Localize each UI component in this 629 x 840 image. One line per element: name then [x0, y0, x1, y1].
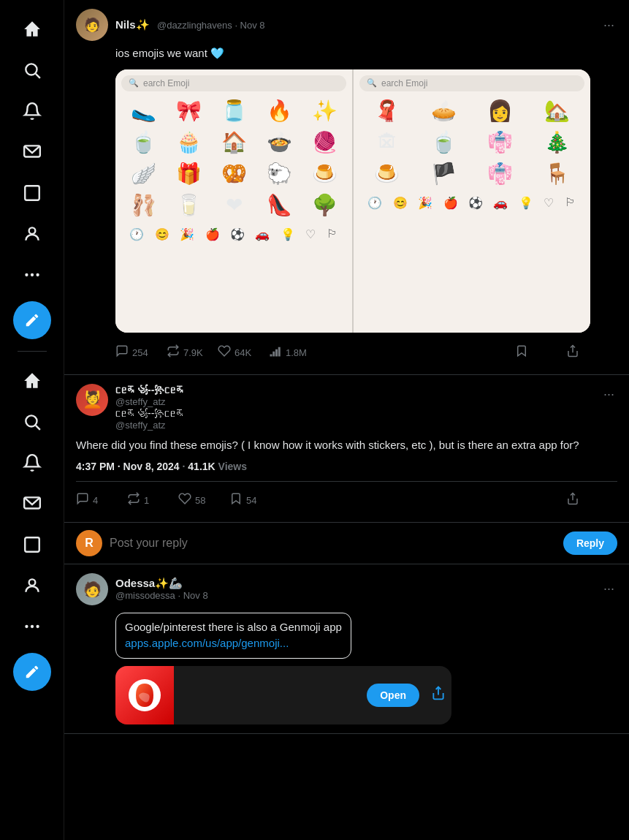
steffy-timestamp: 4:37 PM · Nov 8, 2024 · 41.1K Views [76, 461, 617, 472]
steffy-comment-count: 4 [93, 495, 98, 506]
reply-button[interactable]: Reply [563, 531, 617, 555]
sidebar-profile-2-icon[interactable] [15, 568, 50, 603]
bookmark-icon [515, 344, 528, 361]
emoji-item: 🍲 [257, 127, 301, 157]
steffy-retweet-count: 1 [144, 495, 149, 506]
sidebar-notifications-2-icon[interactable] [15, 445, 50, 480]
like-action[interactable]: 64K [218, 340, 269, 366]
steffy-display-name-1: ᥴᥱᤊ꧁--꧂ᥴᥱᤊ [115, 384, 593, 396]
steffy-handle-2: @steffy_atz [115, 420, 593, 431]
steffy-comment-action[interactable]: 4 [76, 488, 127, 513]
sidebar-messages-2-icon[interactable] [15, 486, 50, 521]
like-count: 64K [235, 347, 251, 358]
sidebar-bookmarks-icon[interactable] [15, 175, 50, 211]
sidebar-search-2-icon[interactable] [15, 404, 50, 439]
emoji-item: 🔥 [257, 96, 301, 126]
app-open-button[interactable]: Open [367, 684, 419, 707]
emoji-item: 🧣 [359, 96, 415, 126]
emoji-search-left[interactable]: 🔍 earch Emoji [121, 75, 346, 91]
emoji-search-right[interactable]: 🔍 earch Emoji [359, 75, 584, 91]
emoji-item: 🍵 [416, 127, 472, 157]
svg-point-6 [30, 273, 33, 276]
comment-icon [115, 344, 129, 361]
svg-point-14 [30, 625, 33, 628]
bookmark-action[interactable] [515, 340, 566, 366]
odessa-more-button[interactable]: ··· [601, 578, 617, 599]
steffy-retweet-icon [127, 492, 140, 509]
svg-point-13 [25, 625, 28, 628]
emoji-item: ❤ [212, 190, 256, 220]
steffy-meta: ᥴᥱᤊ꧁--꧂ᥴᥱᤊ @steffy_atz ᥴᥱᤊ꧁--꧂ᥴᥱᤊ @steff… [115, 384, 593, 431]
share-icon [566, 344, 579, 361]
steffy-header: 💆 ᥴᥱᤊ꧁--꧂ᥴᥱᤊ @steffy_atz ᥴᥱᤊ꧁--꧂ᥴᥱᤊ @ste… [76, 384, 617, 431]
odessa-callout: Google/pinterest there is also a Genmoji… [115, 613, 351, 659]
sidebar-home-2-icon[interactable] [15, 363, 50, 398]
nils-author: Nils✨ [115, 18, 150, 31]
emoji-item: 🏡 [530, 96, 585, 126]
app-card-icon [115, 666, 174, 724]
odessa-author: Odessa✨🦾 [115, 577, 593, 590]
steffy-retweet-action[interactable]: 1 [127, 488, 178, 513]
svg-point-7 [36, 273, 39, 276]
svg-point-0 [26, 64, 37, 75]
odessa-reply: 🧑 Odessa✨🦾 @missodessa · Nov 8 ··· Googl… [64, 564, 629, 734]
svg-line-9 [35, 425, 39, 430]
svg-point-8 [26, 415, 37, 426]
emoji-item: 🎄 [530, 127, 585, 157]
share-action[interactable] [566, 340, 617, 366]
retweet-count: 7.9K [183, 347, 203, 358]
emoji-item: 🏠 [212, 127, 256, 157]
svg-point-15 [36, 625, 39, 628]
sidebar-more-icon[interactable] [15, 257, 50, 292]
compose-fab-top[interactable] [13, 301, 51, 339]
post-reply-bar: R Reply [64, 523, 629, 564]
emoji-item: 🩰 [121, 190, 165, 220]
app-card: Open [115, 666, 451, 724]
sidebar-divider [18, 351, 47, 352]
sidebar-more-2-icon[interactable] [15, 609, 50, 644]
sidebar-profile-icon[interactable] [15, 216, 50, 251]
app-card-content [174, 686, 367, 704]
app-share-icon[interactable] [425, 680, 451, 710]
steffy-actions: 4 1 58 54 [76, 481, 617, 513]
compose-fab-bottom[interactable] [13, 653, 51, 691]
steffy-like-action[interactable]: 58 [178, 488, 229, 513]
views-action[interactable]: 1.8M [269, 340, 320, 366]
emoji-item: 👠 [257, 190, 301, 220]
odessa-avatar: 🧑 [76, 573, 108, 605]
emoji-panel-right: 🔍 earch Emoji 🧣 🥧 👩 🏡 🏚 🍵 👘 🎄 🍮 🏴 👘 🪑 [354, 69, 590, 333]
tweet-actions: 254 7.9K 64K 1.8M [115, 340, 617, 366]
odessa-link[interactable]: apps.apple.com/us/app/genmoji... [125, 637, 289, 649]
tweet-more-button[interactable]: ··· [601, 15, 617, 36]
comment-action[interactable]: 254 [115, 340, 167, 366]
svg-rect-3 [25, 186, 39, 200]
comment-count: 254 [132, 347, 148, 358]
svg-point-12 [28, 579, 35, 586]
sidebar-messages-icon[interactable] [15, 135, 50, 170]
odessa-text-line1: Google/pinterest there is also a Genmoji… [125, 619, 342, 636]
svg-rect-16 [270, 354, 272, 356]
svg-rect-11 [25, 537, 39, 552]
sidebar-notifications-icon[interactable] [15, 94, 50, 129]
steffy-more-button[interactable]: ··· [601, 384, 617, 405]
nils-handle: @dazzlinghavens · Nov 8 [157, 20, 265, 31]
reply-input[interactable] [110, 537, 556, 550]
sidebar-bookmarks-2-icon[interactable] [15, 527, 50, 562]
emoji-item: 🪑 [530, 159, 585, 189]
sidebar-home-icon[interactable] [15, 12, 50, 47]
steffy-bookmark-icon [229, 492, 243, 509]
like-icon [218, 344, 231, 361]
svg-rect-19 [278, 347, 281, 356]
steffy-bookmark-count: 54 [246, 495, 256, 506]
emoji-grid: 🔍 earch Emoji 🥿 🎀 🫙 🔥 ✨ 🍵 🧁 🏠 🍲 🧶 🪽 🎁 [115, 69, 590, 333]
sidebar-search-icon[interactable] [15, 53, 50, 88]
odessa-content: Google/pinterest there is also a Genmoji… [115, 610, 617, 659]
steffy-bookmark-action[interactable]: 54 [229, 488, 281, 513]
emoji-item: 🏚 [359, 127, 415, 157]
steffy-handle-1: @steffy_atz [115, 396, 593, 407]
emoji-item: 🥿 [121, 96, 165, 126]
emoji-item: 👩 [473, 96, 528, 126]
views-count: 1.8M [286, 347, 307, 358]
steffy-share-action[interactable] [566, 488, 617, 513]
retweet-action[interactable]: 7.9K [167, 340, 218, 366]
